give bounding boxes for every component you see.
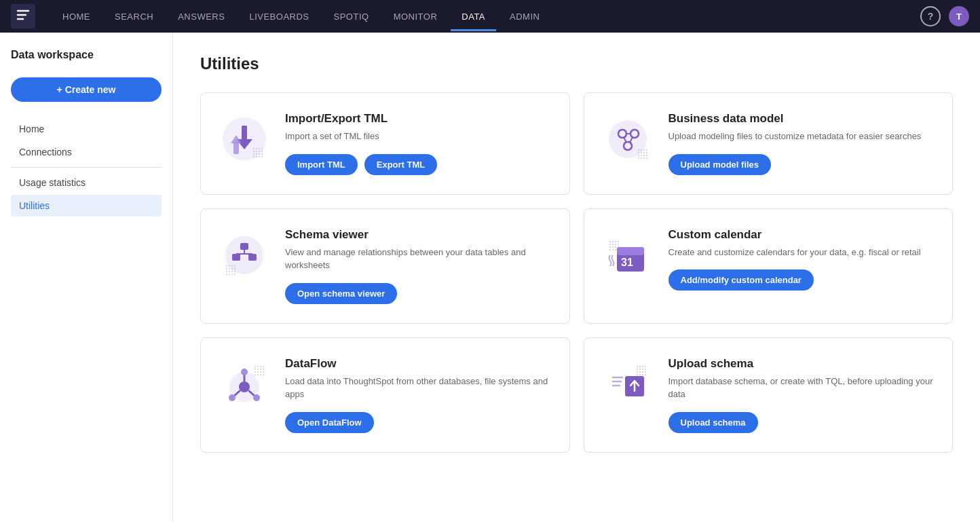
svg-point-85 — [614, 248, 616, 250]
svg-point-111 — [241, 369, 248, 375]
svg-point-103 — [255, 373, 256, 375]
svg-point-49 — [226, 265, 227, 266]
svg-point-32 — [643, 152, 644, 153]
svg-point-128 — [641, 373, 643, 375]
tml-icon — [217, 112, 271, 166]
svg-point-101 — [260, 371, 261, 372]
svg-point-96 — [257, 368, 259, 369]
svg-point-83 — [609, 248, 610, 250]
svg-rect-21 — [242, 126, 247, 141]
svg-rect-68 — [232, 254, 240, 261]
logo[interactable] — [11, 4, 35, 29]
nav-item-monitor[interactable]: MONITOR — [383, 2, 449, 31]
svg-rect-23 — [233, 142, 239, 154]
svg-point-63 — [231, 273, 233, 274]
svg-point-33 — [645, 152, 647, 153]
svg-point-16 — [261, 153, 263, 155]
svg-point-11 — [259, 151, 260, 152]
upload-model-btn[interactable]: Upload model files — [668, 154, 772, 175]
sidebar-item-home[interactable]: Home — [11, 118, 162, 140]
sidebar-item-usage-statistics[interactable]: Usage statistics — [11, 172, 162, 193]
svg-point-91 — [255, 365, 256, 367]
svg-point-8 — [261, 148, 263, 149]
schema-icon — [217, 228, 271, 282]
nav-item-home[interactable]: HOME — [52, 2, 101, 31]
svg-point-72 — [611, 240, 613, 242]
svg-point-56 — [234, 267, 235, 269]
sidebar-item-utilities[interactable]: Utilities — [11, 195, 162, 217]
nav-item-spotiq[interactable]: SPOTIQ — [323, 2, 380, 31]
svg-point-117 — [644, 365, 645, 367]
svg-point-55 — [231, 267, 233, 269]
card-desc-business-data-model: Upload modeling files to customize metad… — [668, 130, 934, 143]
svg-point-93 — [260, 365, 261, 367]
svg-point-74 — [617, 240, 618, 242]
card-content-custom-calendar: Custom calendarCreate and customize cale… — [668, 228, 934, 291]
svg-point-64 — [234, 273, 235, 274]
dataflow-btn[interactable]: Open DataFlow — [285, 412, 374, 433]
svg-point-121 — [644, 368, 645, 369]
nav-item-data[interactable]: DATA — [451, 2, 496, 31]
card-desc-schema-viewer: View and manage relationships between yo… — [285, 246, 550, 272]
calendar-icon: 31 — [601, 228, 655, 282]
card-actions-upload-schema: Upload schema — [668, 412, 934, 433]
svg-point-114 — [636, 365, 637, 367]
svg-point-41 — [645, 157, 647, 159]
card-desc-upload-schema: Import database schema, or create with T… — [668, 375, 934, 401]
svg-point-112 — [229, 394, 235, 401]
svg-point-113 — [253, 394, 260, 401]
svg-point-7 — [259, 148, 260, 149]
svg-point-10 — [256, 151, 257, 152]
svg-point-20 — [261, 156, 263, 157]
svg-point-80 — [611, 246, 613, 247]
model-icon — [601, 112, 655, 166]
sidebar: Data workspace + Create new HomeConnecti… — [0, 33, 173, 522]
svg-point-34 — [637, 155, 639, 156]
utility-card-upload-schema: Upload schemaImport database schema, or … — [584, 337, 954, 453]
card-content-import-export-tml: Import/Export TMLImport a set of TML fil… — [285, 112, 550, 175]
card-content-dataflow: DataFlowLoad data into ThoughtSpot from … — [285, 357, 550, 433]
card-desc-custom-calendar: Create and customize calendars for your … — [668, 246, 934, 259]
svg-point-120 — [641, 368, 643, 369]
upload-schema-btn[interactable]: Upload schema — [668, 412, 758, 433]
create-new-button[interactable]: + Create new — [11, 77, 162, 102]
svg-point-58 — [229, 270, 230, 272]
svg-point-118 — [636, 368, 637, 369]
card-content-upload-schema: Upload schemaImport database schema, or … — [668, 357, 934, 433]
svg-point-60 — [234, 270, 235, 272]
card-actions-schema-viewer: Open schema viewer — [285, 283, 550, 304]
nav-items: HOMESEARCHANSWERSLIVEBOARDSSPOTIQMONITOR… — [52, 2, 920, 31]
topnav-right: ? T — [920, 6, 969, 26]
svg-rect-88 — [617, 247, 644, 255]
card-content-schema-viewer: Schema viewerView and manage relationshi… — [285, 228, 550, 304]
svg-point-81 — [614, 246, 616, 247]
nav-item-search[interactable]: SEARCH — [104, 2, 164, 31]
card-actions-import-export-tml: Import TMLExport TML — [285, 154, 550, 175]
nav-item-liveboards[interactable]: LIVEBOARDS — [238, 2, 320, 31]
card-title-schema-viewer: Schema viewer — [285, 228, 550, 242]
card-actions-custom-calendar: Add/modify custom calendar — [668, 269, 934, 291]
svg-point-104 — [257, 373, 259, 375]
app-layout: Data workspace + Create new HomeConnecti… — [0, 33, 980, 522]
nav-item-answers[interactable]: ANSWERS — [167, 2, 235, 31]
schema-viewer-btn[interactable]: Open schema viewer — [285, 283, 397, 304]
import-tml-btn[interactable]: Import TML — [285, 154, 358, 175]
svg-point-127 — [639, 373, 640, 375]
custom-calendar-btn[interactable]: Add/modify custom calendar — [668, 269, 814, 291]
svg-point-26 — [637, 149, 639, 151]
main-content: Utilities Import/Export TMLImport a set … — [173, 33, 980, 522]
svg-point-116 — [641, 365, 643, 367]
svg-rect-0 — [11, 4, 35, 29]
svg-point-50 — [229, 265, 230, 266]
export-tml-btn[interactable]: Export TML — [364, 154, 438, 175]
nav-item-admin[interactable]: ADMIN — [499, 2, 550, 31]
svg-point-35 — [640, 155, 641, 156]
sidebar-item-connections[interactable]: Connections — [11, 141, 162, 163]
help-button[interactable]: ? — [920, 6, 941, 26]
user-avatar[interactable]: T — [949, 6, 969, 26]
svg-point-92 — [257, 365, 259, 367]
utility-card-import-export-tml: Import/Export TMLImport a set of TML fil… — [200, 92, 570, 195]
page-title: Utilities — [200, 54, 953, 73]
svg-point-100 — [257, 371, 259, 372]
svg-point-52 — [234, 265, 235, 266]
